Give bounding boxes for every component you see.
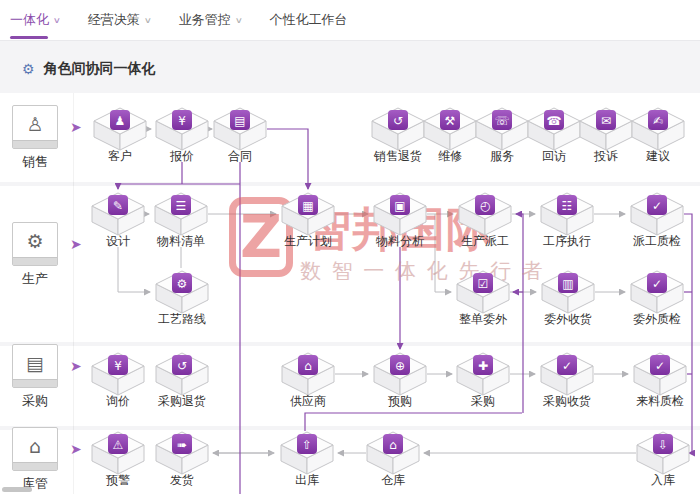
svg-text:☏: ☏ xyxy=(494,114,509,128)
mail-icon: ✉ xyxy=(578,106,634,152)
node-dispatch-qc[interactable]: ✓ 派工质检 xyxy=(629,191,685,237)
top-nav: 一体化 ∨ 经营决策 ∨ 业务管控 ∨ 个性化工作台 xyxy=(0,0,700,41)
node-inbound[interactable]: ⇩ 入库 xyxy=(635,430,691,476)
role-card[interactable]: ⌂ xyxy=(12,427,58,471)
role-card[interactable]: ♙ xyxy=(12,105,58,149)
svg-text:▦: ▦ xyxy=(302,199,313,213)
node-label: 投诉 xyxy=(594,148,618,165)
node-label: 预购 xyxy=(388,393,412,410)
tab-personal-workbench[interactable]: 个性化工作台 xyxy=(270,11,348,29)
node-label: 供应商 xyxy=(290,393,326,410)
tab-label: 业务管控 xyxy=(179,11,231,29)
node-pre-purchase[interactable]: ⊕ 预购 xyxy=(372,351,428,397)
node-label: 生产计划 xyxy=(284,233,332,250)
role-card[interactable]: ▤ xyxy=(12,344,58,388)
svg-text:⌂: ⌂ xyxy=(304,359,312,373)
role-warehouse: ⌂ 库管 ➤ xyxy=(12,427,58,493)
svg-text:✓: ✓ xyxy=(652,277,662,291)
node-label: 建议 xyxy=(646,148,670,165)
node-contract[interactable]: ▤ 合同 xyxy=(212,106,268,152)
tab-business-decision[interactable]: 经营决策 ∨ xyxy=(88,11,151,29)
node-operation-execution[interactable]: ☷ 工序执行 xyxy=(539,191,595,237)
stock-out-icon: ⇧ xyxy=(279,430,335,476)
cart-return-icon: ↺ xyxy=(154,351,210,397)
horizontal-scrollbar-thumb[interactable] xyxy=(2,487,32,492)
node-material-analysis[interactable]: ▣ 物料分析 xyxy=(372,191,428,237)
node-routing[interactable]: ⚙ 工艺路线 xyxy=(154,269,210,315)
role-label: 销售 xyxy=(12,153,58,171)
svg-text:✓: ✓ xyxy=(652,199,662,213)
node-label: 服务 xyxy=(490,148,514,165)
bom-list-icon: ☰ xyxy=(153,191,209,237)
node-label: 销售退货 xyxy=(374,148,422,165)
stock-in-icon: ⇩ xyxy=(635,430,691,476)
chevron-down-icon: ∨ xyxy=(235,16,243,25)
tab-business-control[interactable]: 业务管控 ∨ xyxy=(179,11,242,29)
svg-text:⊕: ⊕ xyxy=(395,359,405,373)
svg-text:↺: ↺ xyxy=(177,359,187,373)
arrow-right-icon: ➤ xyxy=(70,358,82,374)
node-outsourcing-receipt[interactable]: ▥ 委外收货 xyxy=(540,269,596,315)
node-label: 工艺路线 xyxy=(158,311,206,328)
node-label: 采购 xyxy=(471,393,495,410)
role-purchasing: ▤ 采购 ➤ xyxy=(12,344,58,410)
svg-text:⇩: ⇩ xyxy=(658,438,668,452)
dispatch-icon: ◴ xyxy=(457,191,513,237)
receipt-icon: ▥ xyxy=(540,269,596,315)
node-label: 报价 xyxy=(170,148,194,165)
node-production-dispatch[interactable]: ◴ 生产派工 xyxy=(457,191,513,237)
svg-text:☑: ☑ xyxy=(478,277,489,291)
node-design[interactable]: ✎ 设计 xyxy=(90,191,146,237)
node-label: 物料清单 xyxy=(157,233,205,250)
production-plan-icon: ▦ xyxy=(280,191,336,237)
svg-text:⚙: ⚙ xyxy=(177,277,188,291)
document-icon: ▤ xyxy=(13,345,57,380)
node-purchase-receipt[interactable]: ✓ 采购收货 xyxy=(539,351,595,397)
node-label: 客户 xyxy=(108,148,132,165)
node-incoming-qc[interactable]: ✓ 来料质检 xyxy=(632,351,688,397)
svg-text:✎: ✎ xyxy=(113,199,123,213)
svg-text:♟: ♟ xyxy=(115,114,126,128)
role-card[interactable]: ⚙ xyxy=(12,222,58,266)
shield-check-icon: ✓ xyxy=(632,351,688,397)
node-outsourcing[interactable]: ☑ 整单委外 xyxy=(455,269,511,315)
node-supplier[interactable]: ⌂ 供应商 xyxy=(280,351,336,397)
arrow-right-icon: ➤ xyxy=(70,119,82,135)
svg-text:➠: ➠ xyxy=(177,438,187,452)
node-label: 预警 xyxy=(106,472,130,489)
node-production-plan[interactable]: ▦ 生产计划 xyxy=(280,191,336,237)
node-label: 生产派工 xyxy=(461,233,509,250)
node-warehouse-node[interactable]: ⌂ 仓库 xyxy=(365,430,421,476)
node-label: 委外质检 xyxy=(633,311,681,328)
node-shipping[interactable]: ➠ 发货 xyxy=(154,430,210,476)
node-purchase-return[interactable]: ↺ 采购退货 xyxy=(154,351,210,397)
node-bom[interactable]: ☰ 物料清单 xyxy=(153,191,209,237)
node-label: 派工质检 xyxy=(633,233,681,250)
node-suggestion[interactable]: ✍ 建议 xyxy=(630,106,686,152)
node-service[interactable]: ☏ 服务 xyxy=(474,106,530,152)
svg-text:✓: ✓ xyxy=(562,359,572,373)
role-label: 生产 xyxy=(12,270,58,288)
node-complaint[interactable]: ✉ 投诉 xyxy=(578,106,634,152)
node-customer[interactable]: ♟ 客户 xyxy=(92,106,148,152)
node-outsourcing-qc[interactable]: ✓ 委外质检 xyxy=(629,269,685,315)
role-card-strip xyxy=(13,257,57,265)
node-label: 工序执行 xyxy=(543,233,591,250)
node-purchase[interactable]: ✚ 采购 xyxy=(455,351,511,397)
role-card-strip xyxy=(13,462,57,470)
node-alert[interactable]: ⚠ 预警 xyxy=(90,430,146,476)
role-sales: ♙ 销售 ➤ xyxy=(12,105,58,171)
node-repair[interactable]: ⚒ 维修 xyxy=(422,106,478,152)
truck-icon: ➠ xyxy=(154,430,210,476)
svg-text:▥: ▥ xyxy=(562,277,573,291)
node-inquiry[interactable]: ¥ 询价 xyxy=(90,351,146,397)
node-sales-return[interactable]: ↺ 销售退货 xyxy=(370,106,426,152)
tab-integration[interactable]: 一体化 ∨ xyxy=(10,11,60,29)
svg-text:▣: ▣ xyxy=(394,199,405,213)
node-label: 出库 xyxy=(295,472,319,489)
tab-label: 一体化 xyxy=(10,11,49,29)
node-follow-up[interactable]: ☎ 回访 xyxy=(526,106,582,152)
node-outbound[interactable]: ⇧ 出库 xyxy=(279,430,335,476)
node-quotation[interactable]: ¥ 报价 xyxy=(154,106,210,152)
role-label: 采购 xyxy=(12,392,58,410)
